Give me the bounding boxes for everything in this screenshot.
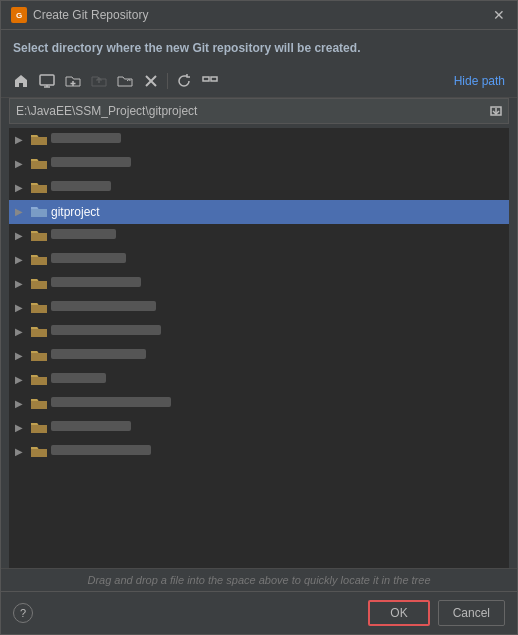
svg-rect-10 bbox=[211, 77, 217, 81]
title-bar-left: G Create Git Repository bbox=[11, 7, 148, 23]
expand-arrow: ▶ bbox=[15, 302, 27, 313]
tree-item-label: xxxxxxxxxxxx bbox=[51, 277, 141, 291]
folder-icon bbox=[31, 348, 47, 364]
new-folder-button[interactable] bbox=[61, 69, 85, 93]
tree-item-label: xxxxxxxxxx bbox=[51, 253, 126, 267]
folder-icon bbox=[31, 372, 47, 388]
toggle-view-button[interactable] bbox=[198, 69, 222, 93]
tree-item-label: gitproject bbox=[51, 205, 100, 219]
create-git-repository-dialog: G Create Git Repository ✕ Select directo… bbox=[0, 0, 518, 635]
title-bar: G Create Git Repository ✕ bbox=[1, 1, 517, 30]
drag-hint: Drag and drop a file into the space abov… bbox=[1, 568, 517, 591]
svg-rect-2 bbox=[40, 75, 54, 85]
ok-button[interactable]: OK bbox=[368, 600, 429, 626]
refresh-button[interactable] bbox=[172, 69, 196, 93]
tree-item-item13[interactable]: ▶xxxxxxxxxxx bbox=[9, 416, 509, 440]
svg-rect-9 bbox=[203, 77, 209, 81]
tree-item-item8[interactable]: ▶xxxxxxxxxxxxxxx bbox=[9, 296, 509, 320]
tree-item-label: xxxxxxxxxxxxxxxxx bbox=[51, 397, 171, 411]
help-button[interactable]: ? bbox=[13, 603, 33, 623]
tree-item-item5[interactable]: ▶xxxxxxxxx bbox=[9, 224, 509, 248]
description-text: Select directory where the new Git repos… bbox=[13, 41, 360, 55]
tree-item-item9[interactable]: ▶xxxxxxxxxxxxxxx bbox=[9, 320, 509, 344]
tree-item-item14[interactable]: ▶xxxxxxxxxxxxxx bbox=[9, 440, 509, 464]
tree-item-item3[interactable]: ▶xxxxxxxx bbox=[9, 176, 509, 200]
folder-icon bbox=[31, 420, 47, 436]
folder-icon bbox=[31, 300, 47, 316]
file-toolbar: Hide path bbox=[1, 65, 517, 98]
tree-item-label: xxxxxxxxxxxxxxx bbox=[51, 301, 156, 315]
tree-item-item1[interactable]: ▶xxxxxxxxxx bbox=[9, 128, 509, 152]
path-input[interactable] bbox=[10, 100, 484, 122]
tree-item-label: xxxxxxx bbox=[51, 373, 106, 387]
tree-item-item6[interactable]: ▶xxxxxxxxxx bbox=[9, 248, 509, 272]
tree-item-item7[interactable]: ▶xxxxxxxxxxxx bbox=[9, 272, 509, 296]
folder-icon bbox=[31, 180, 47, 196]
expand-arrow: ▶ bbox=[15, 374, 27, 385]
folder-icon bbox=[31, 204, 47, 220]
dialog-description: Select directory where the new Git repos… bbox=[1, 30, 517, 65]
folder-icon bbox=[31, 444, 47, 460]
bottom-buttons: OK Cancel bbox=[368, 600, 505, 626]
dialog-title: Create Git Repository bbox=[33, 8, 148, 22]
tree-item-item12[interactable]: ▶xxxxxxxxxxxxxxxxx bbox=[9, 392, 509, 416]
tree-item-item4[interactable]: ▶gitproject bbox=[9, 200, 509, 224]
expand-arrow: ▶ bbox=[15, 326, 27, 337]
path-bar bbox=[9, 98, 509, 124]
folder-icon bbox=[31, 132, 47, 148]
svg-text:G: G bbox=[16, 11, 22, 20]
folder-icon bbox=[31, 228, 47, 244]
tree-item-label: xxxxxxxx bbox=[51, 181, 111, 195]
cancel-button[interactable]: Cancel bbox=[438, 600, 505, 626]
description-bold: created bbox=[314, 41, 357, 55]
expand-arrow: ▶ bbox=[15, 182, 27, 193]
toolbar-separator bbox=[167, 73, 168, 89]
folder-icon bbox=[31, 396, 47, 412]
tree-item-label: xxxxxxxxxxxxxx bbox=[51, 445, 151, 459]
expand-arrow: ▶ bbox=[15, 158, 27, 169]
delete-button[interactable] bbox=[139, 69, 163, 93]
expand-arrow: ▶ bbox=[15, 350, 27, 361]
tree-item-label: xxxxxxxxxxx bbox=[51, 157, 131, 171]
tree-item-label: xxxxxxxxxx bbox=[51, 133, 121, 147]
folder-icon bbox=[31, 156, 47, 172]
expand-arrow: ▶ bbox=[15, 254, 27, 265]
close-button[interactable]: ✕ bbox=[491, 7, 507, 23]
hide-path-button[interactable]: Hide path bbox=[450, 72, 509, 90]
tree-item-item10[interactable]: ▶xxxxxxxxxxxxx bbox=[9, 344, 509, 368]
tree-item-item11[interactable]: ▶xxxxxxx bbox=[9, 368, 509, 392]
up-folder-button[interactable] bbox=[87, 69, 111, 93]
expand-arrow: ▶ bbox=[15, 278, 27, 289]
path-browse-button[interactable] bbox=[484, 99, 508, 123]
link-folder-button[interactable] bbox=[113, 69, 137, 93]
app-icon: G bbox=[11, 7, 27, 23]
bottom-bar: ? OK Cancel bbox=[1, 591, 517, 634]
expand-arrow: ▶ bbox=[15, 230, 27, 241]
tree-item-label: xxxxxxxxxxxxx bbox=[51, 349, 146, 363]
folder-icon bbox=[31, 324, 47, 340]
home-button[interactable] bbox=[9, 69, 33, 93]
expand-arrow: ▶ bbox=[15, 398, 27, 409]
tree-item-label: xxxxxxxxxxxxxxx bbox=[51, 325, 161, 339]
monitor-button[interactable] bbox=[35, 69, 59, 93]
expand-arrow: ▶ bbox=[15, 206, 27, 217]
folder-icon bbox=[31, 252, 47, 268]
file-tree[interactable]: ▶xxxxxxxxxx▶xxxxxxxxxxx▶xxxxxxxx▶gitproj… bbox=[9, 128, 509, 568]
expand-arrow: ▶ bbox=[15, 446, 27, 457]
expand-arrow: ▶ bbox=[15, 422, 27, 433]
expand-arrow: ▶ bbox=[15, 134, 27, 145]
tree-item-label: xxxxxxxxxxx bbox=[51, 421, 131, 435]
folder-icon bbox=[31, 276, 47, 292]
tree-item-item2[interactable]: ▶xxxxxxxxxxx bbox=[9, 152, 509, 176]
tree-item-label: xxxxxxxxx bbox=[51, 229, 116, 243]
